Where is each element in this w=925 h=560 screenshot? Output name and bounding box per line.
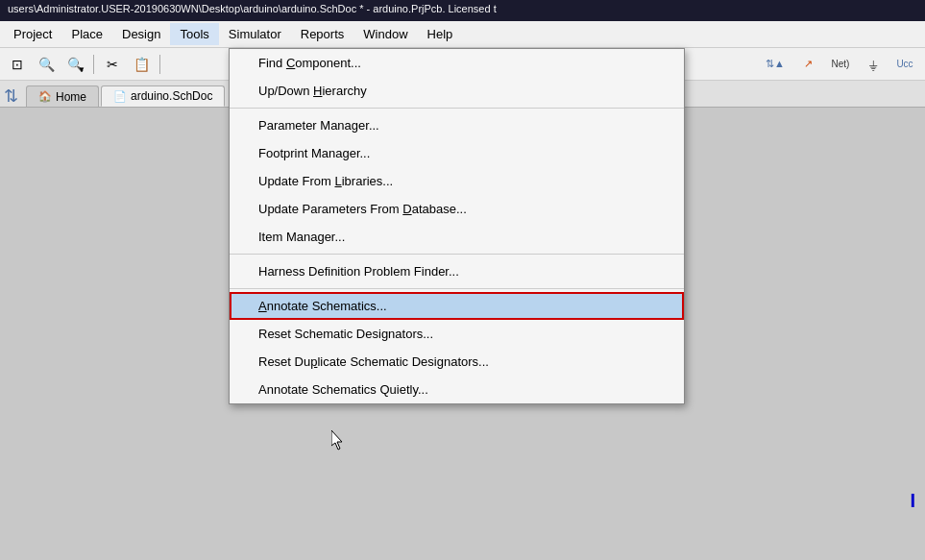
menu-reset-schematic-designators[interactable]: Reset Schematic Designators... [230, 320, 684, 348]
menu-harness-definition[interactable]: Harness Definition Problem Finder... [230, 257, 684, 285]
toolbar-btn-3[interactable]: 🔍▼ [61, 52, 88, 77]
item-manager-label: Item Manager... [258, 230, 345, 244]
menu-item-project[interactable]: Project [4, 23, 61, 45]
find-component-label: Find Component... [258, 56, 361, 70]
toolbar-btn-arrow-right[interactable]: ↗ [794, 52, 821, 77]
menu-item-reports[interactable]: Reports [291, 23, 354, 45]
toolbar-sep-2 [159, 55, 160, 74]
parameter-manager-label: Parameter Manager... [258, 118, 379, 133]
blue-indicator: I [910, 490, 915, 512]
menu-item-tools[interactable]: Tools [170, 23, 218, 45]
sep-1 [230, 108, 684, 109]
update-from-libraries-label: Update From Libraries... [258, 174, 393, 188]
menu-reset-duplicate-designators[interactable]: Reset Duplicate Schematic Designators... [230, 348, 684, 376]
toolbar-btn-ground[interactable]: ⏚ [860, 52, 887, 77]
toolbar-btn-vcc[interactable]: Ucc [888, 52, 921, 77]
home-icon: 🏠 [38, 90, 52, 103]
tab-arduino-schdoc[interactable]: 📄 arduino.SchDoc [101, 85, 225, 107]
menu-item-simulator[interactable]: Simulator [219, 23, 291, 45]
schdoc-icon: 📄 [113, 90, 127, 103]
menu-update-parameters-from-database[interactable]: Update Parameters From Database... [230, 195, 684, 223]
menu-footprint-manager[interactable]: Footprint Manager... [230, 139, 684, 167]
toolbar-btn-copy[interactable]: 📋 [128, 52, 155, 77]
menu-annotate-quietly[interactable]: Annotate Schematics Quietly... [230, 376, 684, 403]
menu-parameter-manager[interactable]: Parameter Manager... [230, 111, 684, 139]
toolbar-btn-net[interactable]: Net) [823, 52, 858, 77]
sep-3 [230, 288, 684, 289]
reset-duplicate-label: Reset Duplicate Schematic Designators... [258, 354, 489, 369]
menu-update-from-libraries[interactable]: Update From Libraries... [230, 167, 684, 195]
tab-home[interactable]: 🏠 Home [26, 85, 99, 107]
menu-find-component[interactable]: Find Component... [230, 49, 684, 77]
menu-item-help[interactable]: Help [418, 23, 463, 45]
annotate-quietly-label: Annotate Schematics Quietly... [258, 382, 428, 397]
up-down-hierarchy-label: Up/Down Hierarchy [258, 84, 367, 98]
menu-item-place[interactable]: Place [61, 23, 112, 45]
title-text: users\Administrator.USER-20190630WN\Desk… [8, 3, 497, 14]
harness-definition-label: Harness Definition Problem Finder... [258, 264, 459, 279]
footprint-manager-label: Footprint Manager... [258, 146, 370, 160]
menu-bar: Project Place Design Tools Simulator Rep… [0, 21, 925, 48]
toolbar-btn-1[interactable]: ⊡ [4, 52, 31, 77]
hierarchy-arrows-btn[interactable]: ⇅ [4, 85, 18, 107]
sep-2 [230, 254, 684, 255]
menu-item-manager[interactable]: Item Manager... [230, 223, 684, 251]
tools-dropdown-menu: Find Component... Up/Down Hierarchy Para… [229, 48, 685, 404]
menu-annotate-schematics[interactable]: Annotate Schematics... [230, 292, 684, 320]
tab-arduino-label: arduino.SchDoc [131, 89, 212, 103]
toolbar-btn-2[interactable]: 🔍 [33, 52, 60, 77]
title-bar: users\Administrator.USER-20190630WN\Desk… [0, 0, 925, 21]
menu-item-window[interactable]: Window [353, 23, 417, 45]
update-parameters-label: Update Parameters From Database... [258, 202, 467, 216]
toolbar-btn-cut[interactable]: ✂ [99, 52, 126, 77]
toolbar-btn-arrows[interactable]: ⇅▲ [758, 52, 792, 77]
annotate-schematics-label: Annotate Schematics... [258, 299, 387, 313]
menu-up-down-hierarchy[interactable]: Up/Down Hierarchy [230, 77, 684, 105]
toolbar-sep-1 [93, 55, 94, 74]
tab-home-label: Home [56, 90, 86, 104]
menu-item-design[interactable]: Design [112, 23, 170, 45]
reset-schematic-designators-label: Reset Schematic Designators... [258, 327, 433, 341]
